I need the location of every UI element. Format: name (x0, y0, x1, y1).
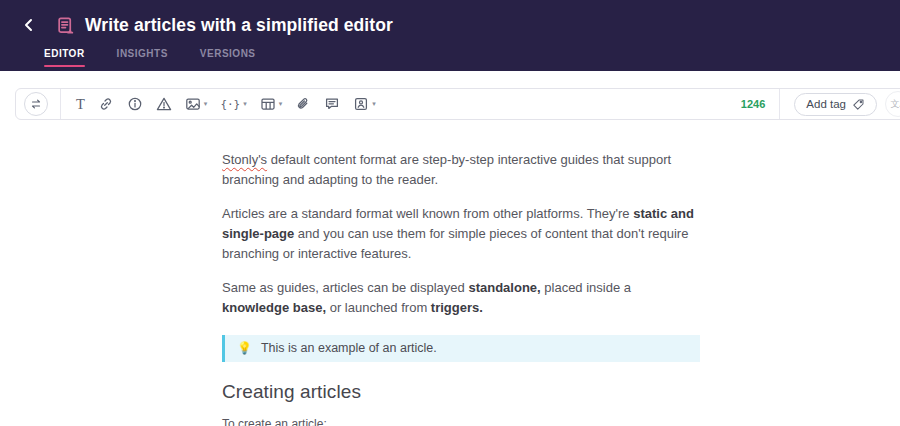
toolbar-divider (60, 89, 61, 119)
warning-icon (156, 96, 172, 112)
table-icon (260, 96, 276, 112)
swap-arrows-icon (29, 97, 43, 111)
page-title: Write articles with a simplified editor (85, 15, 393, 36)
embed-guide-button[interactable]: ▾ (350, 93, 379, 115)
toolbar-divider (779, 89, 780, 119)
intro-line[interactable]: To create an article: (222, 414, 700, 426)
link-button[interactable] (95, 93, 117, 115)
back-chevron-icon[interactable] (18, 14, 40, 36)
callout-text: This is an example of an article. (261, 341, 437, 355)
image-button[interactable]: ▾ (182, 93, 211, 115)
table-button[interactable]: ▾ (257, 93, 286, 115)
chevron-down-icon: ▾ (243, 100, 247, 108)
lightbulb-icon: 💡 (237, 341, 252, 355)
character-count: 1246 (741, 98, 765, 110)
info-callout[interactable]: 💡 This is an example of an article. (222, 335, 700, 362)
section-heading[interactable]: Creating articles (222, 381, 700, 403)
translate-button[interactable]: 文A (885, 91, 900, 117)
tab-versions[interactable]: VERSIONS (200, 48, 256, 67)
paragraph[interactable]: Same as guides, articles can be displaye… (222, 278, 700, 318)
link-icon (98, 96, 114, 112)
text-format-button[interactable]: T (73, 94, 88, 114)
swap-arrows-button[interactable] (24, 92, 48, 116)
app-header: Write articles with a simplified editor … (0, 0, 900, 71)
header-tabs: EDITOR INSIGHTS VERSIONS (44, 48, 900, 67)
editor-toolbar: T ▾ {·} ▾ (15, 88, 900, 120)
code-snippet-icon: {·} (220, 98, 240, 111)
add-tag-button[interactable]: Add tag (794, 93, 877, 116)
translate-icon: 文A (890, 98, 900, 111)
tab-insights[interactable]: INSIGHTS (117, 48, 168, 67)
note-icon (324, 96, 340, 112)
editor-canvas[interactable]: Stonly's default content format are step… (222, 150, 700, 426)
note-button[interactable] (321, 93, 343, 115)
chevron-down-icon: ▾ (372, 100, 376, 108)
paragraph[interactable]: Articles are a standard format well know… (222, 204, 700, 264)
tag-icon (852, 98, 865, 111)
embed-guide-icon (353, 96, 369, 112)
warning-button[interactable] (153, 93, 175, 115)
chevron-down-icon: ▾ (204, 100, 208, 108)
info-button[interactable] (124, 93, 146, 115)
info-icon (127, 96, 143, 112)
paragraph[interactable]: Stonly's default content format are step… (222, 150, 700, 190)
chevron-down-icon: ▾ (279, 100, 283, 108)
article-document-icon (56, 16, 75, 35)
image-icon (185, 96, 201, 112)
text-icon: T (76, 97, 85, 111)
paperclip-icon (295, 96, 311, 112)
code-snippet-button[interactable]: {·} ▾ (217, 95, 249, 114)
add-tag-label: Add tag (806, 98, 846, 110)
tab-editor[interactable]: EDITOR (44, 48, 85, 67)
attachment-button[interactable] (292, 93, 314, 115)
